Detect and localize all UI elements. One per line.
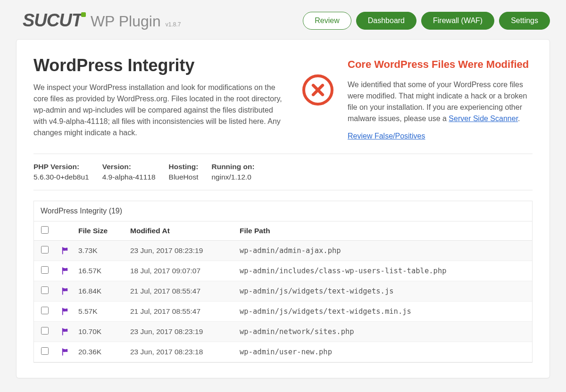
metric-wp-version: Version: 4.9-alpha-41118 [102,163,156,181]
review-false-positives-link[interactable]: Review False/Positives [348,132,425,140]
topbar: SUCUTSUCUTI WP Plugin v1.8.7 Review Dash… [0,0,566,39]
cell-modified-at: 21 Jul, 2017 08:55:47 [126,281,236,302]
row-checkbox[interactable] [41,246,49,253]
section-divider-2 [33,190,533,190]
main-card: WordPress Integrity We inspect your Word… [16,39,550,378]
flag-icon [59,287,71,295]
table-row: 20.36K23 Jun, 2017 08:23:18wp-admin/user… [34,342,532,362]
cell-file-path: wp-admin/admin-ajax.php [236,241,532,261]
server-side-scanner-link[interactable]: Server Side Scanner [449,114,518,122]
row-checkbox[interactable] [41,286,49,294]
row-checkbox[interactable] [41,347,49,355]
integrity-table-title: WordPress Integrity (19) [34,201,532,221]
cell-file-path: wp-admin/user-new.php [236,342,532,362]
wp-version-value: 4.9-alpha-41118 [102,173,156,181]
running-on-value: nginx/1.12.0 [211,173,254,181]
flag-icon [59,246,71,255]
metric-hosting: Hosting: BlueHost [169,163,199,181]
hosting-label: Hosting: [169,163,199,171]
cell-file-size: 3.73K [75,241,126,261]
logo-subtitle: WP Plugin [91,13,161,30]
row-checkbox[interactable] [41,307,49,314]
error-circle-icon [302,74,333,106]
hosting-value: BlueHost [169,173,199,181]
logo-text: SUCUTSUCUTI [23,10,86,31]
flag-icon [59,348,71,356]
nav-review[interactable]: Review [303,12,351,30]
nav-firewall[interactable]: Firewall (WAF) [421,12,494,30]
alert-body-suffix: . [518,114,520,122]
section-divider [33,154,533,154]
table-row: 16.57K18 Jul, 2017 09:07:07wp-admin/incl… [34,261,532,281]
th-file-path: File Path [236,221,532,241]
wp-version-label: Version: [102,163,156,171]
page-title: WordPress Integrity [33,56,288,75]
brand: SUCUTSUCUTI WP Plugin v1.8.7 [23,10,181,31]
running-on-label: Running on: [211,163,254,171]
cell-file-size: 10.70K [75,322,126,342]
metrics: PHP Version: 5.6.30-0+deb8u1 Version: 4.… [33,163,533,181]
table-row: 16.84K21 Jul, 2017 08:55:47wp-admin/js/w… [34,281,532,302]
cell-file-path: wp-admin/js/widgets/text-widgets.js [236,281,532,302]
select-all-checkbox[interactable] [41,226,49,234]
cell-file-size: 20.36K [75,342,126,362]
cell-file-path: wp-admin/network/sites.php [236,322,532,342]
nav: Review Dashboard Firewall (WAF) Settings [303,12,550,30]
integrity-table: File Size Modified At File Path 3.73K23 … [34,221,532,362]
cell-modified-at: 23 Jun, 2017 08:23:19 [126,241,236,261]
table-row: 3.73K23 Jun, 2017 08:23:19wp-admin/admin… [34,241,532,261]
row-checkbox[interactable] [41,327,49,335]
th-modified-at: Modified At [126,221,236,241]
status-icon-wrap [297,56,339,106]
alert-body: We identified that some of your WordPres… [348,79,533,124]
cell-file-size: 16.57K [75,261,126,281]
php-version-label: PHP Version: [33,163,89,171]
row-checkbox[interactable] [41,266,49,274]
metric-php-version: PHP Version: 5.6.30-0+deb8u1 [33,163,89,181]
metric-running-on: Running on: nginx/1.12.0 [211,163,254,181]
cell-file-size: 16.84K [75,281,126,302]
cell-modified-at: 23 Jun, 2017 08:23:18 [126,342,236,362]
flag-icon [59,327,71,336]
flag-icon [59,267,71,275]
cell-file-path: wp-admin/js/widgets/text-widgets.min.js [236,302,532,322]
table-row: 5.57K21 Jul, 2017 08:55:47wp-admin/js/wi… [34,302,532,322]
php-version-value: 5.6.30-0+deb8u1 [33,173,89,181]
cell-file-path: wp-admin/includes/class-wp-users-list-ta… [236,261,532,281]
alert-title: Core WordPress Files Were Modified [348,58,533,71]
nav-dashboard[interactable]: Dashboard [356,12,416,30]
cell-file-size: 5.57K [75,302,126,322]
integrity-table-wrap: WordPress Integrity (19) File Size Modif… [33,201,533,363]
logo-version: v1.8.7 [166,21,181,28]
nav-settings[interactable]: Settings [499,12,550,30]
logo-dot-icon [81,12,86,17]
flag-icon [59,307,71,316]
table-row: 10.70K23 Jun, 2017 08:23:19wp-admin/netw… [34,322,532,342]
th-file-size: File Size [75,221,126,241]
lead-paragraph: We inspect your WordPress installation a… [33,82,288,139]
cell-modified-at: 23 Jun, 2017 08:23:19 [126,322,236,342]
cell-modified-at: 18 Jul, 2017 09:07:07 [126,261,236,281]
cell-modified-at: 21 Jul, 2017 08:55:47 [126,302,236,322]
